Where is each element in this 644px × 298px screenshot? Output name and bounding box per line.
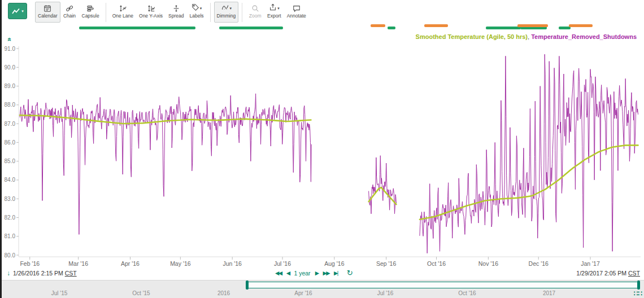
toolbar-button-spread[interactable]: Spread [166,2,186,23]
toolbar-button-zoom: Zoom [246,2,264,23]
legend-entry-smoothed-temperature[interactable]: Smoothed Temperature (Agile, 50 hrs) [416,33,528,40]
x-axis-tick-label: May '16 [170,260,191,267]
y-axis-tick-label: 86.0 [5,139,16,146]
capsule-icon [86,4,94,12]
timezone-link[interactable]: CST [65,270,77,277]
capsule-bar-green[interactable] [388,27,395,29]
capsule-bar-green[interactable] [219,27,283,29]
capsule-lane [2,24,644,31]
toolbar-button-annotate[interactable]: Annotate [284,2,309,23]
capsule-bar-green[interactable] [559,27,571,29]
y-axis-tick-label: 84.0 [5,177,16,183]
dimming-icon [221,3,229,13]
one-y-axis-icon [147,4,155,12]
toolbar-button-calendar[interactable]: Calendar [35,2,60,23]
y-axis-tick-label: 81.0 [5,233,16,239]
toolbar-button-label: One Y-Axis [139,13,163,19]
y-axis-tick-label: 90.0 [5,64,16,71]
toolbar-button-export[interactable]: ▾ Export [264,2,284,23]
timeline-scrubber[interactable]: ∷∷ Jul '15Oct '152016Apr '16Jul '16Oct '… [2,280,644,298]
toolbar-button-one-y-axis[interactable]: One Y-Axis [136,2,166,23]
timeline-label: 2017 [543,290,555,296]
zoom-icon [251,4,259,12]
x-axis-tick-label: Mar '16 [68,260,88,267]
toolbar-button-label: Export [267,13,281,19]
chevron-down-icon: ▾ [200,6,202,10]
timeline-label: Apr '16 [294,290,312,296]
toolbar-button-labels[interactable]: ▾ Labels [187,2,207,23]
timeline-right-handle[interactable] [637,281,640,290]
x-axis-tick-label: Feb '16 [20,260,40,267]
legend-entry-temperature-removed-shutdowns[interactable]: Temperature_Removed_Shutdowns [531,33,637,40]
capsule-bar-orange[interactable] [424,24,448,27]
capsule-bar-green[interactable] [79,27,195,29]
capsule-bar-green[interactable] [486,27,521,29]
toolbar-button-label: Chain [63,13,76,19]
range-end-datetime[interactable]: 1/29/2017 2:05 PM CST [576,270,640,277]
capsule-bar-orange[interactable] [569,24,593,27]
series-temperature-removed-shutdowns[interactable] [369,156,397,214]
x-axis-tick-label: Nov '16 [478,260,498,267]
timeline-selection[interactable] [247,282,639,288]
spread-icon [172,4,180,12]
toolbar-button-label: Labels [190,13,204,19]
trend-view-button[interactable]: ▾ [8,3,27,19]
toolbar-separator [210,3,211,22]
toolbar-separator [106,3,106,22]
download-start-icon[interactable]: ↓ [7,270,10,277]
x-axis-tick-label: Sep '16 [376,260,396,267]
chevron-down-icon: ▾ [21,9,24,13]
step-forward-fast-icon[interactable]: ▶▶ [323,269,329,277]
step-back-fast-icon[interactable]: ◀◀ [275,269,282,277]
toolbar-button-one-lane[interactable]: One Lane [110,2,136,23]
toolbar-button-chain[interactable]: Chain [60,2,79,23]
series-temperature-removed-shutdowns[interactable] [420,54,638,253]
toolbar-button-label: Spread [168,13,184,19]
step-forward-icon[interactable]: ▶ [315,269,319,277]
timezone-link[interactable]: CST [628,270,640,277]
timeline-label: Oct '16 [458,290,476,296]
trend-analysis-app: ▾ Calendar Chain Capsule One Lane [0,0,644,298]
toolbar-button-dimming[interactable]: ▾ Dimming [214,2,239,23]
x-axis-tick-label: Jun '16 [223,260,242,267]
x-axis-tick-label: Oct '16 [427,260,446,267]
timeline-resize-grip-icon[interactable]: ∷∷ [634,290,642,297]
y-axis-tick-label: 83.0 [5,196,16,202]
y-axis-tick-label: 82.0 [5,214,16,221]
toolbar-button-label: Dimming [217,13,236,19]
timeline-label: Oct '15 [132,290,150,296]
timeline-label: Jul '16 [377,290,394,296]
x-axis-tick-label: Aug '16 [324,260,344,267]
labels-icon [192,3,199,13]
toolbar-button-label: Calendar [38,13,58,19]
one-lane-icon [119,4,127,12]
chevron-down-icon: ▾ [230,6,232,10]
capsule-bar-orange[interactable] [371,24,385,27]
y-axis-tick-label: 91.0 [5,46,16,52]
toolbar: ▾ Calendar Chain Capsule One Lane [2,0,644,24]
y-axis-tick-label: 89.0 [5,83,16,89]
timeline-left-handle[interactable] [246,281,249,290]
window-edge [0,0,2,298]
range-start-datetime[interactable]: 1/26/2016 2:15 PM CST [13,270,77,277]
step-back-icon[interactable]: ◀ [286,269,290,277]
capsule-bar-orange[interactable] [517,24,548,27]
range-control-bar: ↓ 1/26/2016 2:15 PM CST ◀◀ ◀ 1 year ▶ ▶▶… [2,268,644,280]
toolbar-button-capsule[interactable]: Capsule [79,2,102,23]
refresh-icon[interactable]: ↻ [347,269,353,277]
step-to-end-icon[interactable]: ▶| [334,269,338,277]
trend-chart[interactable]: 80.081.082.083.084.085.086.087.088.089.0… [0,32,644,269]
calendar-icon [43,4,51,12]
y-axis-tick-label: 88.0 [5,102,16,108]
toolbar-button-label: Capsule [82,13,99,19]
x-axis-tick-label: Jul '16 [274,260,291,267]
duration-label[interactable]: 1 year [294,270,310,277]
series-temperature-removed-shutdowns[interactable] [20,94,311,235]
toolbar-button-label: Zoom [249,13,262,19]
x-axis-tick-label: Jan '17 [581,260,600,267]
timeline-label: Jul '15 [51,290,68,296]
trend-icon [11,7,20,15]
toolbar-button-label: One Lane [112,13,133,19]
x-axis-tick-label: Apr '16 [121,260,140,267]
y-axis-scroll-icon[interactable]: » [5,38,13,42]
